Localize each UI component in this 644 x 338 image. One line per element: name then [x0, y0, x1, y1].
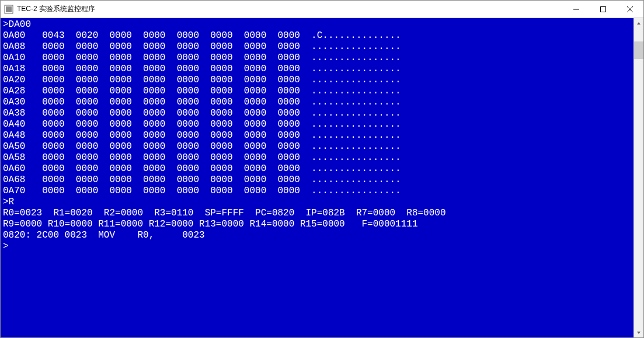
maximize-button[interactable] [590, 1, 617, 18]
scrollbar-thumb[interactable] [634, 41, 643, 59]
window-controls [563, 1, 643, 18]
console-output[interactable]: >DA00 0A00 0043 0020 0000 0000 0000 0000… [1, 18, 633, 337]
scroll-up-button[interactable] [634, 18, 643, 28]
app-window: TEC-2 实验系统监控程序 >DA00 0A00 0043 0020 0000… [0, 0, 644, 338]
svg-rect-1 [6, 6, 12, 12]
vertical-scrollbar[interactable] [633, 18, 643, 337]
minimize-button[interactable] [563, 1, 590, 18]
titlebar: TEC-2 实验系统监控程序 [1, 1, 643, 18]
svg-rect-3 [601, 6, 606, 12]
window-title: TEC-2 实验系统监控程序 [17, 4, 563, 14]
content-area: >DA00 0A00 0043 0020 0000 0000 0000 0000… [1, 18, 643, 337]
app-icon [4, 5, 13, 14]
close-button[interactable] [617, 1, 643, 18]
scrollbar-track[interactable] [634, 28, 643, 327]
scroll-down-button[interactable] [634, 327, 643, 337]
